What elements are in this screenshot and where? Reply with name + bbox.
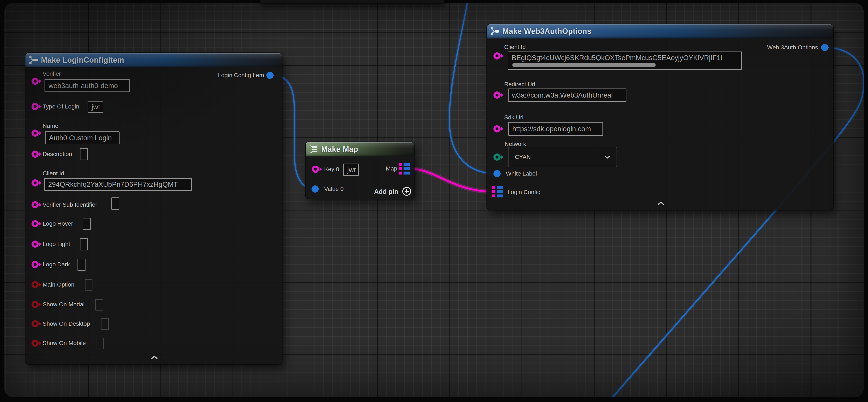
node-header-make-map[interactable]: Make Map	[306, 142, 414, 156]
output-pin-label: Login Config Item	[218, 72, 264, 79]
pin-network[interactable]	[493, 153, 501, 161]
network-value: CYAN	[515, 154, 531, 161]
pin-label: Key 0	[324, 166, 339, 173]
pin-show-on-modal[interactable]	[32, 301, 39, 308]
pin-label: Logo Dark	[43, 261, 70, 268]
sdk-url-value: https://sdk.openlogin.com	[513, 125, 591, 133]
logo-light-field[interactable]	[80, 238, 88, 251]
show-on-modal-checkbox[interactable]	[95, 299, 103, 311]
pin-label: Show On Mobile	[43, 340, 86, 347]
pin-white-label[interactable]	[493, 170, 501, 177]
pin-main-option[interactable]	[32, 281, 39, 288]
redirect-url-field[interactable]: w3a://com.w3a.Web3AuthUnreal	[508, 88, 626, 102]
output-pin-web3auth-options[interactable]	[821, 44, 828, 51]
pin-show-on-mobile[interactable]	[32, 340, 39, 347]
logo-dark-field[interactable]	[78, 259, 86, 271]
pin-label: Main Option	[43, 281, 74, 288]
client-id-field[interactable]: 294QRkchfq2YaXUbPri7D6PH7xzHgQMT	[44, 178, 192, 191]
pin-label: Verifier Sub Identifier	[43, 201, 97, 208]
pin-verifier-sub-identifier[interactable]	[32, 201, 39, 208]
node-header-make-web3authoptions[interactable]: Make Web3AuthOptions	[487, 24, 833, 38]
pin-description[interactable]	[32, 150, 39, 158]
pin-label: Description	[43, 150, 72, 158]
pin-label: Client Id	[43, 170, 64, 177]
pin-label: Verifier	[43, 70, 61, 77]
node-make-loginconfigitem[interactable]: Make LoginConfigItem Login Config Item V…	[25, 53, 282, 365]
client-id-value: 294QRkchfq2YaXUbPri7D6PH7xzHgQMT	[48, 180, 178, 189]
make-struct-icon	[490, 27, 500, 36]
pin-logo-light[interactable]	[32, 240, 39, 248]
pin-sdk-url[interactable]	[493, 125, 501, 133]
pin-client-id[interactable]	[32, 179, 39, 186]
node-title: Make LoginConfigItem	[41, 56, 124, 64]
key-0-value: jwt	[347, 166, 355, 174]
node-title: Make Map	[321, 145, 358, 154]
node-make-web3authoptions[interactable]: Make Web3AuthOptions Web 3Auth Options C…	[487, 24, 834, 210]
pin-key-0[interactable]	[312, 166, 319, 173]
verifier-value: web3auth-auth0-demo	[49, 82, 118, 90]
node-title: Make Web3AuthOptions	[502, 27, 591, 36]
name-field[interactable]: Auth0 Custom Login	[45, 132, 120, 144]
redirect-url-value: w3a://com.w3a.Web3AuthUnreal	[512, 91, 613, 99]
pin-label: Sdk Url	[504, 114, 524, 121]
client-id-value: BEglQSgt4cUWcj6SKRdu5QkOXTsePmMcusG5EAoy…	[512, 54, 722, 62]
pin-label: Show On Desktop	[43, 320, 90, 327]
make-struct-icon	[29, 55, 38, 65]
pin-label: Redirect Url	[504, 81, 535, 88]
pin-name[interactable]	[32, 130, 39, 137]
chevron-up-icon[interactable]	[150, 355, 159, 360]
pin-label: Client Id	[504, 44, 526, 51]
pin-label: Login Config	[507, 189, 540, 196]
output-pin-label: Web 3Auth Options	[767, 44, 818, 51]
show-on-desktop-checkbox[interactable]	[101, 318, 109, 330]
logo-hover-field[interactable]	[83, 218, 91, 230]
node-make-map[interactable]: Make Map Key 0 jwt Map Value 0 Add pin	[305, 142, 414, 199]
pin-label: Show On Modal	[43, 301, 85, 308]
add-pin-icon[interactable]	[402, 186, 411, 196]
blueprint-graph-canvas[interactable]: Make LoginConfigItem Login Config Item V…	[4, 3, 864, 397]
verifier-sub-identifier-field[interactable]	[111, 197, 119, 210]
output-pin-label: Map	[386, 165, 397, 172]
output-pin-map[interactable]	[399, 163, 410, 174]
pin-logo-dark[interactable]	[32, 261, 39, 268]
pin-label: Logo Light	[43, 240, 70, 248]
network-dropdown[interactable]: CYAN	[508, 147, 617, 167]
pin-label: Value 0	[324, 185, 344, 193]
pin-redirect-url[interactable]	[493, 91, 501, 98]
pin-client-id[interactable]	[493, 52, 501, 59]
pin-value-0[interactable]	[312, 185, 319, 193]
pin-logo-hover[interactable]	[32, 220, 39, 227]
offscreen-node-fragment[interactable]	[260, 0, 444, 4]
pin-label: White Label	[506, 170, 537, 177]
verifier-field[interactable]: web3auth-auth0-demo	[44, 79, 130, 92]
type-of-login-field[interactable]: jwt	[88, 101, 103, 113]
add-pin-label: Add pin	[374, 188, 398, 196]
pin-label: Network	[504, 140, 526, 148]
type-of-login-value: jwt	[92, 103, 100, 111]
pin-verifier[interactable]	[32, 78, 39, 85]
node-header-make-loginconfigitem[interactable]: Make LoginConfigItem	[25, 53, 282, 67]
chevron-down-icon	[604, 155, 610, 159]
description-field[interactable]	[80, 148, 88, 160]
pin-login-config[interactable]	[492, 186, 503, 197]
name-value: Auth0 Custom Login	[49, 134, 112, 142]
chevron-up-icon[interactable]	[656, 201, 665, 206]
pin-show-on-desktop[interactable]	[32, 320, 39, 327]
client-id-scrollbar[interactable]	[513, 63, 656, 67]
key-0-field[interactable]: jwt	[343, 164, 359, 176]
client-id-field[interactable]: BEglQSgt4cUWcj6SKRdu5QkOXTsePmMcusG5EAoy…	[508, 52, 742, 70]
main-option-checkbox[interactable]	[85, 279, 92, 291]
make-array-icon	[309, 144, 319, 154]
pin-label: Logo Hover	[43, 220, 73, 227]
pin-type-of-login[interactable]	[32, 103, 39, 110]
sdk-url-field[interactable]: https://sdk.openlogin.com	[508, 122, 603, 136]
output-pin-login-config-item[interactable]	[267, 72, 274, 79]
pin-label: Type Of Login	[43, 103, 79, 110]
show-on-mobile-checkbox[interactable]	[96, 338, 104, 349]
pin-label: Name	[43, 122, 58, 130]
